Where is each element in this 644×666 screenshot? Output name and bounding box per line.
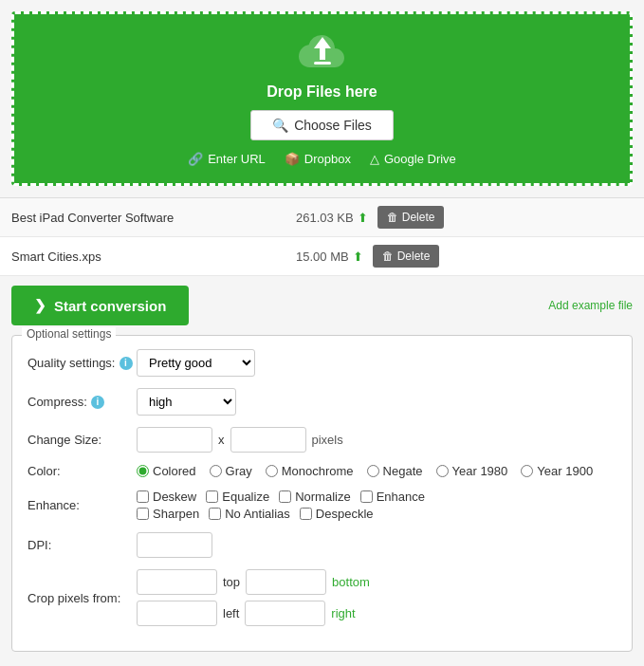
crop-inputs: top bottom left right — [137, 569, 370, 626]
pixels-label: pixels — [312, 433, 343, 447]
file-size: 15.00 MB ⬆ — [296, 250, 363, 264]
compress-label: Compress: i — [28, 395, 137, 409]
trash-icon: 🗑 — [382, 250, 394, 263]
enhance-equalize[interactable]: Equalize — [206, 490, 269, 504]
crop-bottom-label: bottom — [332, 575, 370, 589]
google-drive-link[interactable]: △ Google Drive — [370, 152, 456, 166]
delete-button-0[interactable]: 🗑 Delete — [377, 206, 445, 229]
crop-label: Crop pixels from: — [28, 591, 137, 605]
color-negate[interactable]: Negate — [367, 464, 423, 478]
action-row: ❯ Start conversion Add example file — [0, 276, 644, 335]
enhance-enhance[interactable]: Enhance — [360, 490, 425, 504]
crop-top-input[interactable] — [137, 569, 217, 595]
dropbox-icon: 📦 — [285, 152, 300, 166]
color-monochrome[interactable]: Monochrome — [266, 464, 354, 478]
link-row: 🔗 Enter URL 📦 Dropbox △ Google Drive — [31, 152, 613, 166]
upload-icon — [31, 31, 613, 78]
start-conversion-button[interactable]: ❯ Start conversion — [11, 286, 189, 325]
crop-row: Crop pixels from: top bottom left right — [28, 569, 616, 626]
trash-icon: 🗑 — [387, 211, 398, 224]
settings-legend: Optional settings — [22, 327, 116, 341]
enhance-noantialias[interactable]: No Antialias — [209, 507, 290, 521]
enhance-section: Deskew Equalize Normalize Enhance — [137, 490, 425, 521]
size-width-input[interactable] — [137, 427, 212, 453]
crop-top-label: top — [223, 575, 240, 589]
table-row: Best iPad Converter Software 261.03 KB ⬆… — [0, 198, 644, 237]
enhance-row-1: Deskew Equalize Normalize Enhance — [137, 490, 425, 504]
quality-select[interactable]: Pretty good Good Best Normal — [137, 349, 255, 377]
enhance-label: Enhance: — [28, 498, 137, 512]
compress-info-icon[interactable]: i — [91, 396, 104, 409]
crop-top-row: top bottom — [137, 569, 370, 595]
color-radio-group: Colored Gray Monochrome Negate Year 1980… — [137, 464, 593, 478]
enhance-row-2: Sharpen No Antialias Despeckle — [137, 507, 425, 521]
quality-row: Quality settings: i Pretty good Good Bes… — [28, 349, 616, 377]
dpi-row: DPI: — [28, 532, 616, 558]
upload-arrow-icon: ⬆ — [358, 211, 368, 225]
quality-label: Quality settings: i — [28, 356, 137, 370]
upload-arrow-icon: ⬆ — [353, 250, 363, 264]
dpi-label: DPI: — [28, 538, 137, 552]
delete-button-1[interactable]: 🗑 Delete — [373, 245, 440, 268]
add-example-link[interactable]: Add example file — [548, 299, 633, 312]
dropbox-link[interactable]: 📦 Dropbox — [285, 152, 351, 166]
quality-info-icon[interactable]: i — [120, 357, 133, 370]
choose-files-button[interactable]: 🔍 Choose Files — [250, 110, 394, 140]
table-row: Smart Cities.xps 15.00 MB ⬆ 🗑 Delete — [0, 237, 644, 276]
enhance-row: Enhance: Deskew Equalize Normalize Enhan… — [28, 490, 616, 521]
compress-row: Compress: i high medium low none — [28, 388, 616, 416]
file-name: Best iPad Converter Software — [11, 211, 296, 225]
drop-zone[interactable]: Drop Files here 🔍 Choose Files 🔗 Enter U… — [11, 11, 633, 186]
size-x-separator: x — [218, 433, 225, 447]
color-gray[interactable]: Gray — [210, 464, 252, 478]
enhance-deskew[interactable]: Deskew — [137, 490, 196, 504]
file-name: Smart Cities.xps — [11, 250, 296, 264]
size-label: Change Size: — [28, 433, 137, 447]
size-inputs: x pixels — [137, 427, 343, 453]
color-year1900[interactable]: Year 1900 — [521, 464, 593, 478]
search-icon: 🔍 — [272, 118, 288, 133]
svg-rect-1 — [314, 62, 331, 65]
link-icon: 🔗 — [188, 152, 203, 166]
size-row: Change Size: x pixels — [28, 427, 616, 453]
file-list: Best iPad Converter Software 261.03 KB ⬆… — [0, 197, 644, 276]
crop-left-row: left right — [137, 601, 370, 626]
gdrive-icon: △ — [370, 152, 379, 166]
color-colored[interactable]: Colored — [137, 464, 196, 478]
crop-right-input[interactable] — [245, 601, 325, 626]
drop-text: Drop Files here — [31, 83, 613, 101]
dpi-input[interactable] — [137, 532, 212, 558]
enhance-sharpen[interactable]: Sharpen — [137, 507, 199, 521]
crop-left-label: left — [223, 606, 239, 620]
crop-left-input[interactable] — [137, 601, 217, 626]
crop-right-label: right — [331, 606, 355, 620]
enhance-normalize[interactable]: Normalize — [279, 490, 351, 504]
enter-url-link[interactable]: 🔗 Enter URL — [188, 152, 266, 166]
file-size: 261.03 KB ⬆ — [296, 211, 368, 225]
size-height-input[interactable] — [230, 427, 306, 453]
color-year1980[interactable]: Year 1980 — [436, 464, 508, 478]
arrow-right-icon: ❯ — [34, 297, 46, 314]
optional-settings: Optional settings Quality settings: i Pr… — [11, 335, 633, 652]
compress-select[interactable]: high medium low none — [137, 388, 236, 416]
crop-bottom-input[interactable] — [246, 569, 326, 595]
color-label: Color: — [28, 464, 137, 478]
color-row: Color: Colored Gray Monochrome Negate Ye… — [28, 464, 616, 478]
enhance-despeckle[interactable]: Despeckle — [300, 507, 374, 521]
